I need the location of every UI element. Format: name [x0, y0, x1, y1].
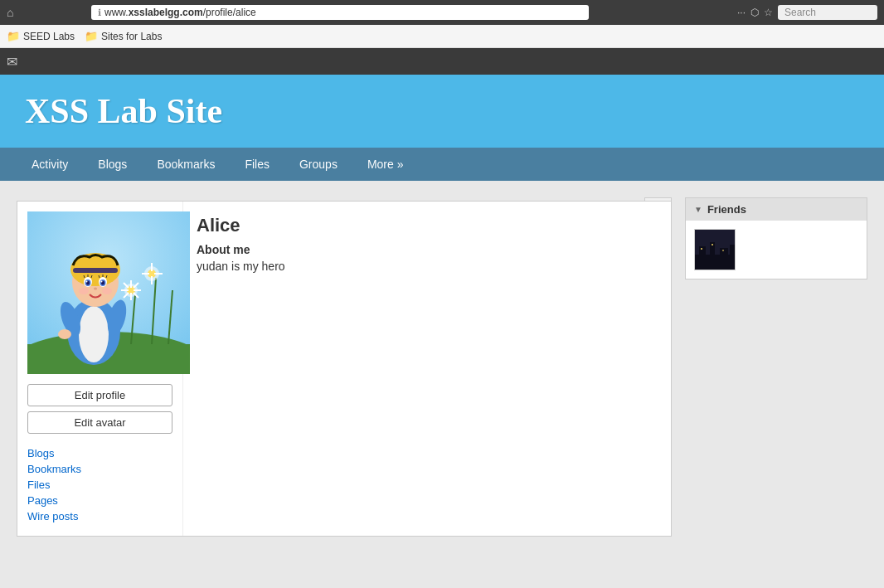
svg-rect-53	[701, 248, 702, 250]
svg-rect-54	[712, 244, 713, 245]
svg-rect-48	[695, 255, 736, 270]
profile-link-pages[interactable]: Pages	[27, 494, 172, 507]
pocket-icon[interactable]: ⬡	[750, 7, 759, 18]
browser-chrome: ⌂ ℹ www.xsslabelgg.com/profile/alice ···…	[0, 0, 884, 25]
url-path: /profile/alice	[203, 7, 256, 18]
bookmark-sites-for-labs[interactable]: 📁 Sites for Labs	[85, 30, 162, 42]
friends-triangle: ▼	[694, 205, 702, 214]
svg-point-30	[86, 281, 88, 283]
bookmark-sites-label: Sites for Labs	[101, 31, 162, 42]
menu-dots[interactable]: ···	[737, 7, 746, 18]
url-prefix: www.	[104, 7, 129, 18]
url-domain: xsslabelgg.com	[129, 7, 203, 18]
nav-bookmarks[interactable]: Bookmarks	[142, 148, 230, 181]
friends-sidebar: ▼ Friends	[685, 197, 867, 279]
svg-rect-26	[73, 268, 118, 273]
edit-avatar-button[interactable]: Edit avatar	[27, 411, 172, 434]
svg-rect-49	[699, 246, 706, 255]
star-icon[interactable]: ☆	[764, 7, 773, 18]
site-header: XSS Lab Site	[0, 75, 884, 148]
bookmark-seed-labs[interactable]: 📁 SEED Labs	[7, 30, 75, 42]
profile-link-files[interactable]: Files	[27, 479, 172, 491]
friends-panel: ▼ Friends	[685, 197, 867, 279]
profile-left: Edit profile Edit avatar Blogs Bookmarks…	[17, 202, 183, 536]
folder-icon: 📁	[7, 30, 20, 42]
nav-more[interactable]: More »	[352, 148, 419, 181]
bookmarks-bar: 📁 SEED Labs 📁 Sites for Labs	[0, 25, 884, 48]
home-icon[interactable]: ⌂	[7, 6, 13, 19]
friends-header: ▼ Friends	[686, 198, 867, 221]
nav-bar: Activity Blogs Bookmarks Files Groups Mo…	[0, 148, 884, 181]
svg-point-41	[94, 288, 97, 290]
svg-point-34	[101, 281, 103, 283]
info-icon: ℹ	[98, 7, 101, 18]
nav-blogs[interactable]: Blogs	[83, 148, 142, 181]
svg-point-23	[79, 306, 109, 362]
site-title: XSS Lab Site	[25, 91, 222, 131]
nav-files[interactable]: Files	[230, 148, 284, 181]
profile-main: Alice About me yudan is my hero	[183, 202, 671, 536]
address-bar[interactable]: ℹ www.xsslabelgg.com/profile/alice	[91, 5, 589, 20]
svg-point-43	[102, 288, 112, 294]
nav-groups[interactable]: Groups	[284, 148, 352, 181]
about-text: yudan is my hero	[197, 260, 658, 273]
svg-rect-55	[722, 250, 724, 251]
profile-link-bookmarks[interactable]: Bookmarks	[27, 463, 172, 475]
friends-grid	[686, 221, 867, 279]
mail-icon[interactable]: ✉	[7, 54, 17, 70]
svg-rect-52	[730, 245, 736, 255]
friends-title: Friends	[707, 203, 746, 216]
profile-link-wire-posts[interactable]: Wire posts	[27, 510, 172, 522]
toolbar-strip: ✉	[0, 48, 884, 75]
edit-profile-button[interactable]: Edit profile	[27, 384, 172, 406]
folder-icon-2: 📁	[85, 30, 98, 42]
profile-container: Edit profile Edit avatar Blogs Bookmarks…	[17, 201, 672, 537]
profile-name: Alice	[197, 215, 658, 236]
main-content: Ad	[0, 181, 884, 588]
profile-buttons: Edit profile Edit avatar	[27, 384, 172, 434]
url-text: www.xsslabelgg.com/profile/alice	[104, 7, 256, 18]
profile-avatar	[27, 211, 190, 374]
svg-point-46	[58, 329, 71, 339]
profile-link-blogs[interactable]: Blogs	[27, 447, 172, 459]
bookmark-seed-labs-label: SEED Labs	[23, 31, 75, 42]
profile-links: Blogs Bookmarks Files Pages Wire posts	[27, 447, 172, 522]
about-label: About me	[197, 243, 658, 256]
nav-activity[interactable]: Activity	[17, 148, 83, 181]
svg-point-42	[79, 288, 89, 294]
search-bar[interactable]: Search	[778, 5, 877, 20]
friend-thumbnail[interactable]	[694, 229, 736, 270]
browser-actions: ··· ⬡ ☆ Search	[737, 5, 877, 20]
